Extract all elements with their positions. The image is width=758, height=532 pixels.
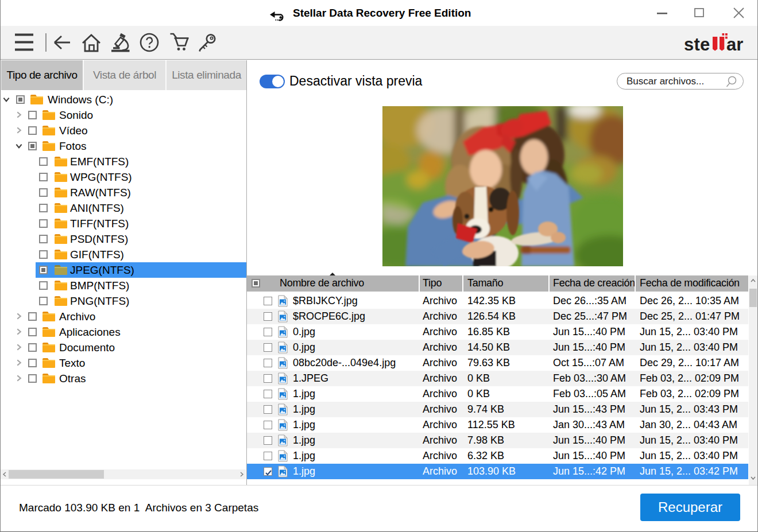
svg-text:ste: ste bbox=[684, 34, 710, 55]
svg-text:ar: ar bbox=[726, 34, 743, 55]
